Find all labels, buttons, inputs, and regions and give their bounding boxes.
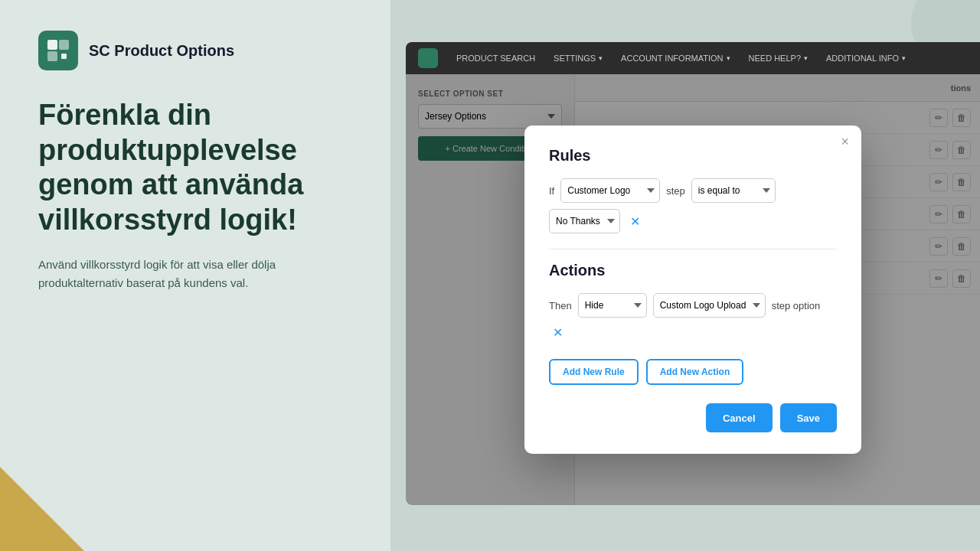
rules-title: Rules xyxy=(549,147,837,165)
app-window: PRODUCT SEARCH SETTINGS ▾ ACCOUNT INFORM… xyxy=(406,42,980,505)
action-type-select[interactable]: Hide Show xyxy=(578,293,647,318)
rule-field-select[interactable]: Customer Logo Thanks xyxy=(560,178,660,203)
nav-item-account[interactable]: ACCOUNT INFORMATION ▾ xyxy=(621,54,730,63)
right-panel: PRODUCT SEARCH SETTINGS ▾ ACCOUNT INFORM… xyxy=(390,0,980,551)
modal-close-button[interactable]: × xyxy=(841,135,849,148)
delete-rule-button[interactable]: ✕ xyxy=(626,213,643,230)
rule-row: If Customer Logo Thanks step is equal to… xyxy=(549,178,837,233)
settings-chevron-icon: ▾ xyxy=(599,54,603,62)
svg-rect-4 xyxy=(61,54,67,59)
svg-rect-1 xyxy=(47,40,57,50)
if-label: If xyxy=(549,185,554,197)
rules-modal: × Rules If Customer Logo Thanks step is … xyxy=(524,126,861,454)
hero-headline: Förenkla din produktupplevelse genom att… xyxy=(38,98,352,237)
svg-rect-3 xyxy=(47,51,57,61)
nav-item-product-search[interactable]: PRODUCT SEARCH xyxy=(456,54,535,63)
account-chevron-icon: ▾ xyxy=(727,54,730,62)
logo-row: SC Product Options xyxy=(38,31,352,70)
add-new-action-button[interactable]: Add New Action xyxy=(646,359,744,385)
rule-value-select[interactable]: No Thanks Thanks xyxy=(549,209,620,233)
additional-chevron-icon: ▾ xyxy=(902,54,906,62)
svg-rect-2 xyxy=(59,40,69,50)
app-logo-icon xyxy=(38,31,78,70)
add-buttons-row: Add New Rule Add New Action xyxy=(549,359,837,385)
decorative-triangle xyxy=(0,467,84,551)
modal-divider xyxy=(549,249,837,249)
add-new-rule-button[interactable]: Add New Rule xyxy=(549,359,639,385)
nav-item-additional[interactable]: ADDITIONAL INFO ▾ xyxy=(826,54,906,63)
left-panel: SC Product Options Förenkla din produktu… xyxy=(0,0,390,551)
actions-title: Actions xyxy=(549,262,837,279)
nav-item-settings[interactable]: SETTINGS ▾ xyxy=(554,54,603,63)
app-content: SELECT OPTION SET Jersey Options + Creat… xyxy=(406,74,980,505)
action-target-select[interactable]: Custom Logo Upload Other Option xyxy=(653,293,766,318)
nav-logo-icon xyxy=(418,48,438,68)
nav-bar: PRODUCT SEARCH SETTINGS ▾ ACCOUNT INFORM… xyxy=(406,42,980,74)
cancel-button[interactable]: Cancel xyxy=(706,403,773,432)
app-title: SC Product Options xyxy=(89,42,234,60)
modal-overlay: × Rules If Customer Logo Thanks step is … xyxy=(406,74,980,505)
sub-text: Använd villkorsstyrd logik för att visa … xyxy=(38,256,352,292)
nav-item-help[interactable]: NEED HELP? ▾ xyxy=(749,54,808,63)
step-option-label: step option xyxy=(772,300,821,311)
help-chevron-icon: ▾ xyxy=(804,54,808,62)
then-label: Then xyxy=(549,300,572,311)
action-row: Then Hide Show Custom Logo Upload Other … xyxy=(549,293,837,341)
delete-action-button[interactable]: ✕ xyxy=(549,324,566,341)
step-label: step xyxy=(666,185,685,197)
modal-footer: Cancel Save xyxy=(549,403,837,432)
rule-condition-select[interactable]: is equal to is not equal to xyxy=(691,178,776,203)
save-button[interactable]: Save xyxy=(780,403,837,432)
